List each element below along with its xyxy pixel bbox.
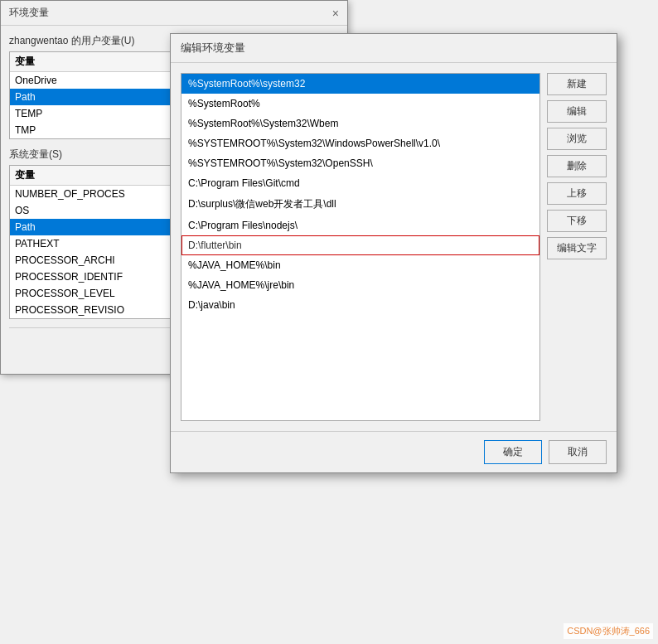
delete-path-button[interactable]: 删除 bbox=[547, 155, 607, 177]
env-close-button[interactable]: × bbox=[332, 7, 339, 19]
path-item-5[interactable]: C:\Program Files\Git\cmd bbox=[181, 173, 539, 193]
edit-cancel-button[interactable]: 取消 bbox=[549, 440, 607, 464]
watermark: CSDN@张帅涛_666 bbox=[564, 623, 653, 639]
path-item-0[interactable]: %SystemRoot%\system32 bbox=[181, 74, 539, 94]
system-col-var: 变量 bbox=[15, 168, 174, 182]
browse-button[interactable]: 浏览 bbox=[547, 128, 607, 150]
edit-env-dialog: 编辑环境变量 %SystemRoot%\system32 %SystemRoot… bbox=[170, 33, 617, 473]
path-item-11[interactable]: D:\java\bin bbox=[181, 295, 539, 315]
edit-path-button[interactable]: 编辑 bbox=[547, 100, 607, 123]
edit-dialog-title: 编辑环境变量 bbox=[181, 41, 245, 54]
path-item-9[interactable]: %JAVA_HOME%\bin bbox=[181, 255, 539, 275]
move-up-button[interactable]: 上移 bbox=[547, 182, 607, 205]
path-item-6[interactable]: D:\surplus\微信web开发者工具\dll bbox=[181, 193, 539, 215]
env-dialog-titlebar: 环境变量 × bbox=[1, 1, 347, 26]
env-dialog-title: 环境变量 bbox=[9, 6, 49, 20]
path-item-1[interactable]: %SystemRoot% bbox=[181, 94, 539, 114]
path-item-3[interactable]: %SYSTEMROOT%\System32\WindowsPowerShell\… bbox=[181, 133, 539, 153]
user-col-var: 变量 bbox=[15, 55, 174, 69]
path-item-2[interactable]: %SystemRoot%\System32\Wbem bbox=[181, 114, 539, 133]
edit-dialog-body: %SystemRoot%\system32 %SystemRoot% %Syst… bbox=[171, 63, 617, 431]
move-down-button[interactable]: 下移 bbox=[547, 210, 607, 232]
edit-dialog-footer: 确定 取消 bbox=[171, 431, 617, 472]
path-list[interactable]: %SystemRoot%\system32 %SystemRoot% %Syst… bbox=[181, 73, 540, 421]
edit-text-button[interactable]: 编辑文字 bbox=[547, 237, 607, 259]
path-item-10[interactable]: %JAVA_HOME%\jre\bin bbox=[181, 275, 539, 295]
edit-action-buttons: 新建 编辑 浏览 删除 上移 下移 编辑文字 bbox=[547, 73, 607, 421]
path-item-4[interactable]: %SYSTEMROOT%\System32\OpenSSH\ bbox=[181, 153, 539, 173]
edit-ok-button[interactable]: 确定 bbox=[484, 440, 542, 464]
new-path-button[interactable]: 新建 bbox=[547, 73, 607, 95]
edit-dialog-titlebar: 编辑环境变量 bbox=[171, 34, 617, 63]
path-item-7[interactable]: C:\Program Files\nodejs\ bbox=[181, 215, 539, 235]
path-item-8[interactable]: D:\flutter\bin bbox=[181, 235, 539, 255]
